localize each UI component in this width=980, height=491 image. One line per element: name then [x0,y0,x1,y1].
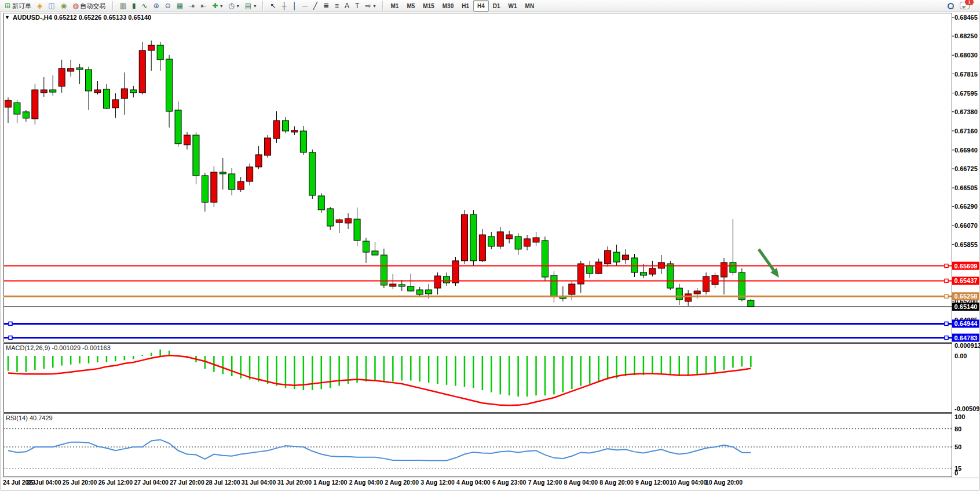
candle [327,209,334,226]
candle [5,100,12,107]
auto-scroll-button[interactable]: ⇥ [186,0,198,12]
candle [363,241,370,252]
templates-button[interactable]: ▤▾ [242,0,259,12]
zoom-in-icon: ⊕ [153,2,159,10]
time-label: 2 Aug 20:00 [385,479,419,486]
candle [76,68,83,70]
candle [640,272,646,275]
shapes-button[interactable]: ⇨▾ [362,0,378,12]
timeframe-h4[interactable]: H4 [473,0,489,12]
rsi-panel[interactable] [4,414,952,477]
time-label: 27 Jul 20:00 [170,479,204,486]
fibonacci-button[interactable]: ≣ [320,0,332,12]
svg-text:0.67380: 0.67380 [955,108,978,115]
chat-button[interactable]: 1 [957,0,978,12]
toolbar-right-group: 1 [942,0,980,12]
candle [506,235,513,239]
svg-text:0.66505: 0.66505 [955,184,978,191]
chart-shift-icon: ⇤ [200,2,206,10]
horizontal-line-button[interactable]: ─ [299,0,310,12]
time-label: 9 Aug 12:00 [635,479,670,486]
candle [372,251,378,255]
chevron-down-icon: ▾ [220,3,222,9]
new-order-button-label: 新订单 [12,2,31,10]
candle [542,241,548,277]
fibonacci-fan-button[interactable]: ≡ [332,0,342,12]
candle [685,294,692,301]
candle [444,277,450,283]
autotrading-button[interactable]: ◍自动交易 [70,0,108,12]
candle [130,90,137,93]
crosshair-button[interactable]: ┼ [279,0,290,12]
text-label-button[interactable]: T [352,0,362,12]
timeframe-mn[interactable]: MN [521,0,539,12]
svg-text:0.67815: 0.67815 [955,71,978,78]
cursor-button[interactable]: ↖ [267,0,279,12]
vertical-line-icon: │ [292,2,297,10]
timeframe-w1[interactable]: W1 [504,0,521,12]
time-label: 1 Aug 12:00 [313,479,348,486]
timeframe-m5[interactable]: M5 [403,0,419,12]
bar-chart-icon: ▥ [120,2,126,10]
candle [390,284,396,286]
styles-button[interactable]: ◈ [34,0,45,12]
trendline-button[interactable]: ╱ [310,0,320,12]
svg-text:-0.005093: -0.005093 [955,405,980,412]
zoom-in-button[interactable]: ⊕ [151,0,162,12]
candlestick-button[interactable]: ▮ [129,0,139,12]
line-chart-button[interactable]: ∿ [139,0,151,12]
timeframe-d1[interactable]: D1 [489,0,504,12]
profile-button[interactable]: ◫ [45,0,57,12]
bar-chart-button[interactable]: ▥ [117,0,129,12]
candle [148,45,155,50]
new-order-button[interactable]: ⊞新订单 [2,0,34,12]
tile-windows-button[interactable]: ▦ [174,0,186,12]
candle [175,110,181,144]
line-chart-icon: ∿ [142,2,148,10]
svg-text:0.65437: 0.65437 [955,277,978,284]
candle [336,220,342,223]
vertical-line-button[interactable]: │ [290,0,300,12]
chart-menu-caret[interactable]: ▼ [5,14,10,20]
timeframe-m1[interactable]: M1 [387,0,403,12]
candle [613,252,620,262]
main-chart-panel[interactable] [4,13,952,343]
toolbar: ⊞新订单◈◫◉◍自动交易 ▥▮∿⊕⊖▦⇥⇤✚▾◷▾▤▾ ↖┼│─╱≣≡AT⇨▾ … [0,0,980,12]
line-handle [945,264,948,268]
line-handle [945,279,948,282]
chart-shift-button[interactable]: ⇤ [198,0,209,12]
periods-button[interactable]: ◷▾ [225,0,242,12]
svg-text:0.66290: 0.66290 [955,203,978,210]
fibonacci-icon: ≣ [323,2,329,10]
candle [220,172,226,174]
candle [255,155,262,167]
candle [524,239,531,246]
zoom-out-button[interactable]: ⊖ [162,0,174,12]
timeframe-m15[interactable]: M15 [419,0,438,12]
fibonacci-fan-icon: ≡ [335,2,339,10]
indicators-button[interactable]: ✚▾ [209,0,225,12]
candle [748,300,754,307]
chevron-down-icon: ▾ [373,3,375,9]
candle [68,68,74,71]
line-handle [9,336,12,340]
sound-button[interactable]: ◉ [58,0,70,12]
search-button[interactable] [944,0,957,12]
time-label: 10 Aug 20:00 [705,479,743,486]
profile-icon: ◫ [48,2,54,10]
chart-canvas[interactable]: 0.684650.682500.680300.678150.675950.673… [0,0,980,491]
price-label: 0.65609 [952,262,979,270]
svg-text:0.68250: 0.68250 [955,32,978,39]
toolbar-separator [112,1,114,10]
svg-text:0.67595: 0.67595 [955,90,978,97]
text-button[interactable]: A [342,0,352,12]
timeframe-h1[interactable]: H1 [458,0,473,12]
candle [712,275,718,285]
timeframe-m30[interactable]: M30 [438,0,458,12]
candle [452,261,459,283]
time-label: 3 Aug 12:00 [420,479,455,486]
time-label: 28 Jul 12:00 [206,479,240,486]
autotrading-button-label: 自动交易 [81,2,106,10]
text-label-icon: T [355,2,359,10]
candle [112,100,119,108]
